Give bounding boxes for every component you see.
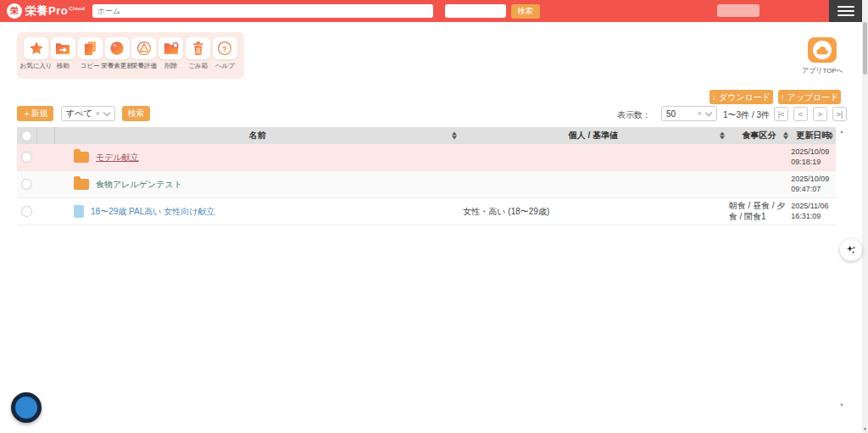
row-updated: 2025/10/09 09:18:19 [791,144,836,170]
row-updated: 2025/11/06 16:31:09 [791,198,836,225]
nutrient-ball-icon [105,37,130,59]
row-name-link[interactable]: 食物アレルゲンテスト [96,179,182,191]
row-updated: 2025/10/09 09:47:07 [791,171,836,197]
table-row[interactable]: 食物アレルゲンテスト 2025/10/09 09:47:07 [17,171,836,198]
column-header-personal[interactable]: 個人 / 基準値 [459,127,726,144]
folder-icon [74,152,89,163]
sort-icon[interactable] [452,132,457,140]
copy-icon [78,37,103,59]
download-icon: ↓ [712,92,716,102]
sort-icon[interactable] [783,132,788,140]
filter-dropdown-value: すべて [66,108,92,119]
chevron-down-icon [705,108,712,115]
toolbar-trash-button[interactable]: ごみ箱 [185,37,211,70]
filter-clear-icon[interactable]: × [96,109,100,118]
upload-icon: ↑ [780,92,784,102]
sort-icon[interactable] [828,132,833,140]
app-logo-cloud-sup: Cloud [69,6,86,11]
filter-dropdown[interactable]: すべて × [61,106,115,121]
toolbar-delete-button[interactable]: 削除 [158,37,184,70]
trash-icon [186,37,210,59]
sort-icon[interactable] [720,132,725,140]
nutrition-eval-radar-icon [131,37,156,59]
window-scrollbar-thumb[interactable] [863,22,867,75]
toolbar-copy-button[interactable]: コピー [77,37,103,70]
svg-text:?: ? [223,45,228,53]
pagination-last-button[interactable]: >| [832,107,847,121]
header-search-button[interactable]: 検索 [511,4,540,19]
column-header-updated[interactable]: 更新日時 [791,127,836,144]
row-radio[interactable] [21,179,32,190]
scrollbar-down-arrow-icon[interactable]: ▼ [862,426,868,431]
row-name-link[interactable]: モデル献立 [96,152,139,164]
app-logo-text: 栄養ProCloud [25,3,86,19]
row-radio[interactable] [21,152,32,163]
move-folder-icon [51,37,75,59]
file-icon [74,205,84,218]
column-header-name[interactable]: 名前 [55,127,459,144]
column-header-meal[interactable]: 食事区分 [727,127,791,144]
display-count-dropdown[interactable]: 50 × [661,106,717,121]
delete-folder-icon [159,37,183,59]
display-count-clear-icon[interactable]: × [698,109,702,118]
table-scroll-down-icon[interactable]: ▼ [839,402,844,408]
pagination-prev-button[interactable]: < [793,107,808,121]
app-logo-icon: 栄 [7,3,22,19]
header-search-input[interactable] [445,4,506,18]
select-all-radio[interactable] [17,127,37,144]
content-table: 名前 個人 / 基準値 食事区分 更新日時 モデル献立 2025/10/09 0… [17,127,836,225]
download-button[interactable]: ↓ダウンロード [709,90,773,104]
toolbar-favorite-button[interactable]: お気に入り [23,37,49,70]
pagination-next-button[interactable]: > [813,107,827,121]
toolbar: お気に入り 移動 コピー 栄養素更新 栄養評価 削除 ごみ箱 [17,32,244,79]
window-scrollbar[interactable]: ▼ [862,0,868,433]
app-top-button[interactable]: アプリTOPへ [802,37,843,75]
accessibility-widget-button[interactable] [11,392,42,423]
help-question-icon: ? [213,37,237,59]
table-header-spacer [37,127,56,144]
hamburger-menu-icon[interactable] [829,0,862,22]
table-header-row: 名前 個人 / 基準値 食事区分 更新日時 [17,127,836,144]
list-search-button[interactable]: 検索 [122,106,150,121]
table-scroll-up-icon[interactable]: ▲ [839,129,844,134]
assistant-sparkle-button[interactable] [840,239,862,261]
app-top-cloud-icon [808,37,837,63]
folder-icon [74,179,89,190]
account-button[interactable] [717,4,760,17]
table-row[interactable]: 18〜29歳 PAL高い 女性向け献立 女性・高い (18〜29歳) 朝食 / … [17,198,836,225]
toolbar-nutrition-eval-button[interactable]: 栄養評価 [131,37,157,70]
app-header: 栄 栄養ProCloud ホーム 検索 [0,0,868,22]
toolbar-help-button[interactable]: ? ヘルプ [212,37,238,70]
favorite-star-icon [24,37,48,59]
display-count-value: 50 [666,109,676,119]
app-logo: 栄 栄養ProCloud [0,3,92,19]
chevron-down-icon [103,108,110,115]
toolbar-nutrient-update-button[interactable]: 栄養素更新 [104,37,131,70]
upload-button[interactable]: ↑アップロード [778,90,841,104]
toolbar-move-button[interactable]: 移動 [50,37,76,70]
display-count-label: 表示数： [617,109,651,121]
sparkle-icon [845,244,857,256]
table-row[interactable]: モデル献立 2025/10/09 09:18:19 [17,144,836,171]
row-radio[interactable] [21,206,32,217]
pagination-first-button[interactable]: |< [774,107,788,121]
new-button[interactable]: ＋新規 [17,106,53,121]
breadcrumb[interactable]: ホーム [92,4,433,18]
result-range-text: 1〜3件 / 3件 [723,109,770,121]
row-name-link[interactable]: 18〜29歳 PAL高い 女性向け献立 [91,206,214,218]
